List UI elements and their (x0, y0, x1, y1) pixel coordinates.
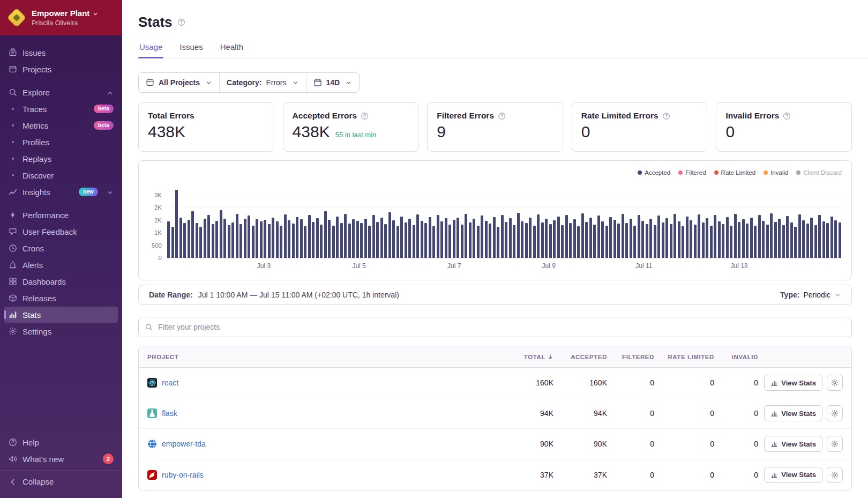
question-icon[interactable] (498, 112, 506, 120)
chart-bar[interactable] (292, 224, 295, 258)
chart-bar[interactable] (649, 219, 652, 258)
tab-issues[interactable]: Issues (178, 42, 204, 58)
legend-item-accepted[interactable]: Accepted (638, 169, 670, 176)
chart-bar[interactable] (236, 214, 238, 258)
chart-bar[interactable] (565, 215, 568, 258)
chart-bar[interactable] (561, 225, 564, 258)
chart-bar[interactable] (432, 226, 435, 258)
chart-bar[interactable] (215, 221, 218, 258)
chart-bar[interactable] (280, 226, 282, 258)
chart-bar[interactable] (822, 221, 825, 258)
chart-bar[interactable] (212, 224, 214, 258)
chart-bar[interactable] (272, 218, 274, 258)
chart-bar[interactable] (416, 214, 419, 258)
chart-bar[interactable] (505, 222, 507, 258)
chart-bar[interactable] (537, 214, 540, 258)
chart-bar[interactable] (834, 220, 837, 258)
chart-bar[interactable] (742, 219, 745, 258)
chart-bar[interactable] (810, 218, 813, 258)
project-settings-button[interactable] (827, 405, 843, 421)
chart-bar[interactable] (328, 220, 331, 258)
chart-bar[interactable] (352, 219, 355, 258)
sidebar-item-stats[interactable]: Stats (4, 307, 118, 323)
chart-bar[interactable] (521, 221, 523, 258)
question-icon[interactable] (662, 112, 670, 120)
chart-bar[interactable] (175, 190, 178, 258)
question-icon[interactable] (177, 18, 185, 26)
date-range-filter-button[interactable]: 14D (306, 73, 360, 92)
chart-bar[interactable] (220, 210, 222, 258)
chart-bar[interactable] (569, 223, 572, 258)
chart-bar[interactable] (839, 222, 841, 258)
chart-bar[interactable] (469, 222, 472, 258)
chart-bar[interactable] (332, 226, 335, 258)
chart-bar[interactable] (826, 223, 829, 258)
chart-bar[interactable] (670, 224, 672, 258)
category-filter-button[interactable]: Category: Errors (219, 73, 305, 92)
view-stats-button[interactable]: View Stats (764, 436, 822, 452)
chart-bar[interactable] (782, 225, 785, 258)
project-settings-button[interactable] (827, 375, 843, 391)
chart-bar[interactable] (348, 224, 351, 258)
chart-bar[interactable] (678, 221, 680, 258)
project-search-input[interactable] (138, 317, 852, 337)
chart-bar[interactable] (766, 225, 769, 258)
type-select[interactable]: Type: Periodic (780, 291, 841, 299)
chart-bar[interactable] (191, 211, 194, 258)
chart-bar[interactable] (396, 226, 399, 258)
sidebar-item-projects[interactable]: Projects (4, 61, 118, 77)
chart-bar[interactable] (533, 226, 536, 258)
chart-bar[interactable] (461, 225, 463, 258)
chart-bar[interactable] (585, 222, 588, 258)
column-header-project[interactable]: PROJECT (147, 354, 505, 360)
chart-bar[interactable] (364, 219, 367, 258)
chart-bar[interactable] (593, 225, 596, 258)
chart-bar[interactable] (654, 225, 656, 258)
chart-bar[interactable] (633, 226, 636, 258)
project-settings-button[interactable] (827, 467, 843, 483)
sidebar-item-user-feedback[interactable]: User Feedback (4, 224, 118, 240)
chart-bar[interactable] (448, 225, 451, 258)
chart-bar[interactable] (549, 224, 552, 258)
chart-bar[interactable] (774, 222, 777, 258)
project-link[interactable]: empower-tda (162, 440, 206, 448)
column-header-total[interactable]: TOTAL (505, 354, 553, 360)
chart-bar[interactable] (304, 226, 306, 258)
chart-bar[interactable] (244, 219, 246, 258)
chart-bar[interactable] (260, 221, 263, 258)
chart-bar[interactable] (268, 224, 271, 258)
view-stats-button[interactable]: View Stats (764, 467, 822, 483)
chart-bar[interactable] (814, 225, 817, 258)
sidebar-item-crons[interactable]: Crons (4, 240, 118, 256)
chart-bar[interactable] (340, 223, 343, 258)
question-icon[interactable] (783, 112, 791, 120)
chart-bar[interactable] (429, 217, 431, 258)
chart-bar[interactable] (630, 219, 632, 258)
chart-bar[interactable] (694, 225, 697, 258)
sidebar-item-performance[interactable]: Performance (4, 207, 118, 223)
sidebar-item-traces[interactable]: Tracesbeta (4, 101, 118, 117)
chart-bar[interactable] (308, 215, 311, 258)
chart-bar[interactable] (726, 217, 729, 258)
chart-bar[interactable] (324, 211, 327, 258)
question-icon[interactable] (361, 112, 369, 120)
chart-bar[interactable] (276, 221, 279, 258)
chart-bar[interactable] (750, 218, 753, 258)
chart-bar[interactable] (493, 217, 496, 258)
chart-bar[interactable] (489, 224, 491, 258)
chart-bar[interactable] (601, 221, 604, 258)
chart-bar[interactable] (445, 218, 447, 258)
chart-bar[interactable] (264, 220, 266, 258)
chart-bar[interactable] (231, 222, 234, 258)
chart-bar[interactable] (710, 226, 713, 258)
chart-bar[interactable] (818, 215, 821, 258)
chart-bar[interactable] (477, 226, 480, 258)
project-link[interactable]: react (162, 378, 178, 387)
chart-bar[interactable] (196, 223, 198, 258)
chart-bar[interactable] (413, 225, 415, 258)
chart-bar[interactable] (682, 226, 684, 258)
chart-bar[interactable] (609, 217, 612, 258)
chart-bar[interactable] (207, 215, 210, 258)
chart-bar[interactable] (424, 223, 427, 258)
sidebar-item-alerts[interactable]: Alerts (4, 257, 118, 273)
